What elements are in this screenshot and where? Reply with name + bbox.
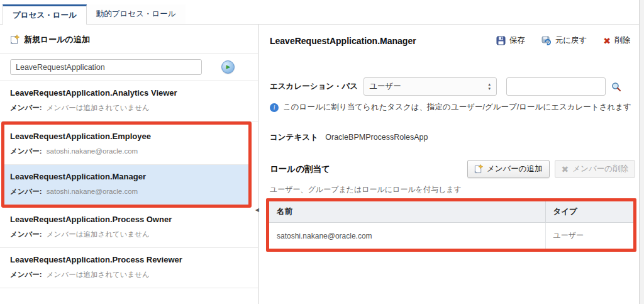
escalation-target-input[interactable] [506, 77, 606, 96]
role-name: LeaveRequestApplication.Process Owner [10, 215, 248, 224]
collapse-left-icon: ◀ [255, 207, 259, 213]
highlight-box-members-table: 名前 タイプ satoshi.nakane@oracle.com ユーザー [266, 198, 636, 252]
tab-bar: プロセス・ロール 動的プロセス・ロール [0, 0, 639, 25]
member-name-cell: satoshi.nakane@oracle.com [269, 223, 545, 249]
search-go-button[interactable]: ▶ [221, 60, 235, 74]
role-name: LeaveRequestApplication.Analytics Viewer [10, 88, 248, 98]
member-label: メンバー: [10, 188, 42, 195]
panel-splitter-collapse[interactable]: ◀ [255, 208, 259, 213]
member-value: satoshi.nakane@oracle.com [47, 188, 138, 195]
role-list: LeaveRequestApplication.Analytics Viewer… [0, 81, 258, 288]
detail-title: LeaveRequestApplication.Manager [270, 36, 416, 46]
member-label: メンバー: [10, 230, 42, 238]
search-magnifier-button[interactable] [611, 82, 621, 92]
tab-dynamic-process-roles[interactable]: 動的プロセス・ロール [87, 4, 186, 24]
member-line: メンバー: メンバーは追加されていません [10, 270, 248, 279]
note-star-icon [10, 35, 19, 45]
member-type-cell: ユーザー [545, 223, 633, 249]
save-label: 保存 [509, 35, 525, 46]
select-stepper-icon: ▲ ▼ [487, 82, 491, 91]
detail-title-row: LeaveRequestApplication.Manager 保存 [270, 25, 636, 46]
add-role-button[interactable]: 新規ロールの追加 [0, 25, 258, 53]
escalation-info-row: i このロールに割り当てられたタスクは、指定のユーザー/グループ/ロールにエスカ… [270, 102, 636, 113]
members-table-header-row: 名前 タイプ [269, 201, 633, 223]
member-line: メンバー: satoshi.nakane@oracle.com [10, 147, 243, 156]
context-value: OracleBPMProcessRolesApp [325, 133, 428, 142]
role-item-process-reviewer[interactable]: LeaveRequestApplication.Process Reviewer… [0, 248, 258, 288]
revert-icon [541, 36, 552, 45]
revert-label: 元に戻す [555, 35, 587, 46]
member-line: メンバー: メンバーは追加されていません [10, 230, 248, 239]
role-list-panel: 新規ロールの追加 ▶ LeaveRequestApplication.Analy… [0, 25, 258, 304]
bpm-process-roles-page: プロセス・ロール 動的プロセス・ロール 新規ロールの追加 ▶ [0, 0, 640, 304]
add-member-button[interactable]: メンバーの追加 [467, 160, 550, 178]
members-table: 名前 タイプ satoshi.nakane@oracle.com ユーザー [269, 201, 633, 249]
member-value: satoshi.nakane@oracle.com [47, 147, 138, 155]
main-area: 新規ロールの追加 ▶ LeaveRequestApplication.Analy… [0, 25, 639, 304]
select-value: ユーザー [369, 81, 401, 92]
assignment-buttons: メンバーの追加 ✖ メンバーの削除 [467, 160, 635, 178]
role-name: LeaveRequestApplication.Process Reviewer [10, 255, 248, 264]
role-search-input[interactable] [10, 59, 202, 75]
role-name: LeaveRequestApplication.Employee [10, 132, 243, 141]
stepper-up-icon: ▲ [487, 82, 491, 87]
add-member-label: メンバーの追加 [487, 164, 543, 174]
assignment-title: ロールの割当て [270, 164, 330, 175]
escalation-type-select[interactable]: ユーザー ▲ ▼ [364, 77, 497, 96]
member-line: メンバー: メンバーは追加されていません [10, 103, 248, 113]
column-header-name[interactable]: 名前 [269, 201, 545, 223]
column-header-type[interactable]: タイプ [545, 201, 633, 223]
highlight-box-roles: LeaveRequestApplication.Employee メンバー: s… [1, 121, 252, 208]
tab-process-roles[interactable]: プロセス・ロール [3, 4, 87, 25]
escalation-label: エスカレーション・パス [270, 81, 358, 92]
magnifier-icon [611, 82, 621, 92]
context-label: コンテキスト [270, 133, 318, 142]
assignment-hint: ユーザー、グループまたはロールにロールを付与します [270, 184, 636, 195]
member-label: メンバー: [10, 271, 42, 278]
role-item-employee[interactable]: LeaveRequestApplication.Employee メンバー: s… [4, 125, 248, 165]
member-label: メンバー: [10, 147, 42, 155]
save-button[interactable]: 保存 [496, 35, 525, 46]
delete-label: 削除 [614, 35, 630, 46]
remove-member-label: メンバーの削除 [572, 164, 628, 174]
member-value: メンバーは追加されていません [47, 104, 150, 111]
delete-button[interactable]: ✖ 削除 [603, 35, 630, 46]
escalation-info-text: このロールに割り当てられたタスクは、指定のユーザー/グループ/ロールにエスカレー… [283, 102, 631, 113]
detail-toolbar: 保存 元に戻す ✖ 削除 [496, 35, 630, 46]
context-row: コンテキスト OracleBPMProcessRolesApp [270, 132, 636, 143]
play-icon: ▶ [226, 64, 231, 70]
remove-member-button-disabled[interactable]: ✖ メンバーの削除 [555, 160, 635, 178]
member-row[interactable]: satoshi.nakane@oracle.com ユーザー [269, 223, 633, 249]
assignment-header: ロールの割当て メンバーの追加 ✖ メンバーの削除 [270, 160, 636, 178]
add-role-label: 新規ロールの追加 [24, 34, 90, 45]
remove-x-icon: ✖ [562, 165, 569, 174]
tab-dynamic-process-roles-label: 動的プロセス・ロール [96, 9, 176, 20]
member-value: メンバーは追加されていません [47, 271, 150, 278]
role-name: LeaveRequestApplication.Manager [10, 172, 243, 181]
revert-button[interactable]: 元に戻す [541, 35, 587, 46]
role-search-row: ▶ [0, 53, 258, 81]
delete-x-icon: ✖ [603, 37, 611, 45]
stepper-down-icon: ▼ [487, 87, 491, 91]
tab-process-roles-label: プロセス・ロール [13, 10, 77, 21]
floppy-disk-icon [496, 36, 506, 45]
escalation-row: エスカレーション・パス ユーザー ▲ ▼ [270, 77, 636, 96]
info-icon: i [270, 103, 279, 112]
member-label: メンバー: [10, 104, 42, 111]
member-value: メンバーは追加されていません [47, 230, 150, 238]
role-detail-panel: LeaveRequestApplication.Manager 保存 [258, 25, 639, 304]
role-item-analytics-viewer[interactable]: LeaveRequestApplication.Analytics Viewer… [0, 81, 258, 121]
note-star-icon [474, 164, 483, 174]
role-item-process-owner[interactable]: LeaveRequestApplication.Process Owner メン… [0, 208, 258, 248]
role-item-manager-selected[interactable]: LeaveRequestApplication.Manager メンバー: sa… [4, 165, 248, 205]
member-line: メンバー: satoshi.nakane@oracle.com [10, 187, 243, 196]
